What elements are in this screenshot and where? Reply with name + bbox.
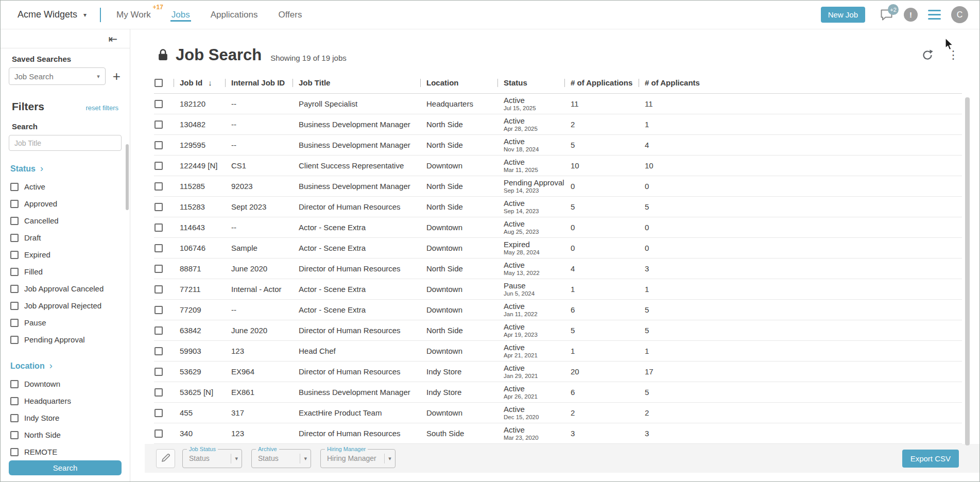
column-header-of-applications[interactable]: # of Applications <box>564 78 639 87</box>
checkbox[interactable] <box>10 234 19 242</box>
table-scrollbar-thumb[interactable] <box>965 97 970 445</box>
add-saved-search-button[interactable]: + <box>113 70 121 83</box>
sidebar-search-button[interactable]: Search <box>9 460 122 475</box>
filter-option-job-approval-rejected[interactable]: Job Approval Rejected <box>1 297 130 314</box>
row-checkbox[interactable] <box>154 265 163 273</box>
table-row[interactable]: 340123Director of Human ResourcesSouth S… <box>154 423 962 444</box>
collapse-sidebar-icon[interactable]: ⇤ <box>108 33 117 44</box>
bulk-select-archive[interactable]: ArchiveStatus▾ <box>251 449 311 468</box>
bulk-select-job-status[interactable]: Job StatusStatus▾ <box>182 449 242 468</box>
checkbox[interactable] <box>10 302 19 310</box>
select-all-checkbox[interactable] <box>154 79 163 87</box>
checkbox[interactable] <box>10 431 19 439</box>
table-row[interactable]: 53625 [N]EX861Business Development Manag… <box>154 382 962 403</box>
row-checkbox[interactable] <box>154 409 163 417</box>
checkbox[interactable] <box>10 380 19 388</box>
table-row[interactable]: 129595--Business Development ManagerNort… <box>154 135 962 156</box>
row-checkbox[interactable] <box>154 429 163 438</box>
sidebar-scrollbar-thumb[interactable] <box>126 144 129 210</box>
avatar[interactable]: C <box>951 6 968 23</box>
table-row[interactable]: 115283Sept 2023Director of Human Resourc… <box>154 197 962 217</box>
table-row[interactable]: 63842June 2020Director of Human Resource… <box>154 320 962 341</box>
row-checkbox[interactable] <box>154 100 163 108</box>
table-row[interactable]: 88871June 2020Director of Human Resource… <box>154 259 962 279</box>
nav-item-my-work[interactable]: My Work+17 <box>116 1 151 29</box>
table-row[interactable]: 455317ExactHire Product TeamDowntownActi… <box>154 403 962 423</box>
table-row[interactable]: 77211Internal - ActorActor - Scene Extra… <box>154 279 962 300</box>
job-title-filter-input[interactable] <box>9 135 122 151</box>
filter-section-status[interactable]: Status› <box>10 163 122 174</box>
filter-option-cancelled[interactable]: Cancelled <box>1 212 130 229</box>
checkbox[interactable] <box>10 414 19 422</box>
row-checkbox[interactable] <box>154 368 163 376</box>
column-header-job-title[interactable]: Job Title <box>293 78 420 87</box>
checkbox[interactable] <box>10 397 19 405</box>
table-row[interactable]: 182120--Payroll SpecialistHeadquartersAc… <box>154 94 962 114</box>
new-job-button[interactable]: New Job <box>821 7 865 23</box>
table-row[interactable]: 11528592023Business Development ManagerN… <box>154 176 962 197</box>
filter-section-location[interactable]: Location› <box>10 360 122 371</box>
bulk-edit-button[interactable] <box>156 449 175 468</box>
table-row[interactable]: 77209--Actor - Scene ExtraDowntownActive… <box>154 300 962 320</box>
refresh-icon[interactable] <box>922 49 933 61</box>
filter-option-approved[interactable]: Approved <box>1 195 130 212</box>
checkbox[interactable] <box>10 448 19 456</box>
reset-filters-link[interactable]: reset filters <box>85 104 118 112</box>
kebab-menu-icon[interactable]: ⋮ <box>948 48 959 62</box>
filter-option-indy-store[interactable]: Indy Store <box>1 409 130 426</box>
filter-option-pause[interactable]: Pause <box>1 314 130 331</box>
filter-option-pending-approval[interactable]: Pending Approval <box>1 331 130 348</box>
table-row[interactable]: 122449 [N]CS1Client Success Representati… <box>154 156 962 176</box>
filter-option-expired[interactable]: Expired <box>1 246 130 263</box>
checkbox[interactable] <box>10 217 19 225</box>
nav-item-applications[interactable]: Applications <box>211 1 258 29</box>
row-checkbox[interactable] <box>154 162 163 170</box>
filter-option-active[interactable]: Active <box>1 178 130 195</box>
messages-icon[interactable]: +2 <box>880 8 893 21</box>
row-checkbox[interactable] <box>154 203 163 211</box>
row-checkbox[interactable] <box>154 244 163 252</box>
bulk-select-hiring-manager[interactable]: Hiring ManagerHiring Manager▾ <box>320 449 396 468</box>
job-id-cell: 182120 <box>174 99 225 108</box>
saved-search-select[interactable]: Job Search ▾ <box>9 67 106 85</box>
row-checkbox[interactable] <box>154 120 163 129</box>
filter-option-draft[interactable]: Draft <box>1 229 130 246</box>
checkbox[interactable] <box>10 268 19 276</box>
alerts-icon[interactable]: ! <box>904 8 918 22</box>
nav-item-jobs[interactable]: Jobs <box>171 1 190 29</box>
filter-option-headquarters[interactable]: Headquarters <box>1 392 130 409</box>
column-header-of-applicants[interactable]: # of Applicants <box>639 78 962 87</box>
column-header-internal-job-id[interactable]: Internal Job ID <box>225 78 293 87</box>
checkbox[interactable] <box>10 251 19 259</box>
export-csv-button[interactable]: Export CSV <box>902 450 959 468</box>
filter-option-downtown[interactable]: Downtown <box>1 375 130 392</box>
table-row[interactable]: 53629EX964Director of Human ResourcesInd… <box>154 361 962 382</box>
menu-icon[interactable] <box>928 10 941 20</box>
column-header-job-id[interactable]: Job Id↓ <box>174 78 225 87</box>
filter-option-north-side[interactable]: North Side <box>1 426 130 443</box>
checkbox[interactable] <box>10 285 19 293</box>
row-checkbox[interactable] <box>154 141 163 149</box>
table-row[interactable]: 114643--Actor - Scene ExtraDowntownActiv… <box>154 217 962 238</box>
row-checkbox[interactable] <box>154 182 163 191</box>
table-row[interactable]: 59903123Head ChefDowntownActiveApr 21, 2… <box>154 341 962 361</box>
row-checkbox[interactable] <box>154 223 163 232</box>
filter-option-filled[interactable]: Filled <box>1 263 130 280</box>
row-checkbox[interactable] <box>154 388 163 397</box>
nav-item-offers[interactable]: Offers <box>278 1 302 29</box>
checkbox[interactable] <box>10 183 19 191</box>
filter-option-remote[interactable]: REMOTE <box>1 443 130 460</box>
table-row[interactable]: 106746SampleActor - Scene ExtraDowntownE… <box>154 238 962 259</box>
table-row[interactable]: 130482--Business Development ManagerNort… <box>154 114 962 135</box>
row-checkbox[interactable] <box>154 306 163 314</box>
checkbox[interactable] <box>10 336 19 344</box>
company-selector[interactable]: Acme Widgets ▾ <box>18 9 87 20</box>
checkbox[interactable] <box>10 319 19 327</box>
column-header-status[interactable]: Status <box>497 78 564 87</box>
column-header-location[interactable]: Location <box>420 78 497 87</box>
row-checkbox[interactable] <box>154 326 163 335</box>
checkbox[interactable] <box>10 200 19 208</box>
row-checkbox[interactable] <box>154 347 163 355</box>
filter-option-job-approval-canceled[interactable]: Job Approval Canceled <box>1 280 130 297</box>
row-checkbox[interactable] <box>154 285 163 294</box>
